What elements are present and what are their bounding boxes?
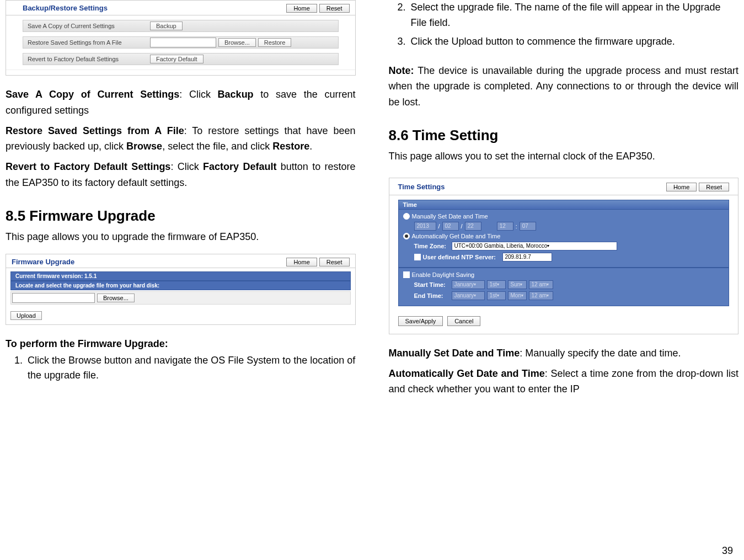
day-input[interactable]: 22	[465, 222, 481, 231]
time-settings-title: Time Settings	[398, 183, 445, 191]
firmware-steps-list-cont: Select the upgrade file. The name of the…	[409, 0, 739, 50]
start-time-label: Start Time:	[414, 281, 449, 288]
manual-radio[interactable]	[403, 213, 410, 220]
restore-file-input[interactable]	[150, 38, 216, 47]
backup-button[interactable]: Backup	[150, 22, 183, 30]
restore-row: Restore Saved Settings from A File Brows…	[23, 36, 339, 49]
upload-button[interactable]: Upload	[10, 311, 42, 320]
firmware-locate-label: Locate and select the upgrade file from …	[10, 281, 351, 290]
factory-default-button[interactable]: Factory Default	[150, 55, 204, 63]
end-month-select[interactable]: January	[452, 291, 485, 300]
note-text: Note: The device is unavailable during t…	[389, 63, 739, 110]
restore-description: Restore Saved Settings from A File: To r…	[6, 123, 356, 155]
revert-description: Revert to Factory Default Settings: Clic…	[6, 159, 356, 191]
section-8-5-intro: This page allows you to upgrade the firm…	[6, 229, 356, 245]
list-item: Click the Upload button to commence the …	[409, 34, 739, 50]
section-8-5-heading: 8.5 Firmware Upgrade	[6, 207, 356, 225]
backup-title: Backup/Restore Settings	[23, 4, 108, 12]
cancel-button[interactable]: Cancel	[447, 316, 480, 326]
hour-input[interactable]: 12	[497, 222, 513, 231]
manual-description: Manually Set Date and Time: Manually spe…	[389, 345, 739, 361]
home-button[interactable]: Home	[666, 183, 697, 191]
reset-button[interactable]: Reset	[319, 4, 350, 13]
end-time-label: End Time:	[414, 292, 449, 299]
restore-label: Restore Saved Settings from A File	[23, 37, 150, 48]
manual-radio-label: Manually Set Date and Time	[412, 213, 488, 220]
firmware-title: Firmware Upgrade	[12, 258, 74, 266]
section-8-6-intro: This page allows you to set the internal…	[389, 148, 739, 164]
end-hour-select[interactable]: 12 am	[529, 291, 553, 300]
browse-button[interactable]: Browse...	[218, 38, 256, 47]
timezone-label: Time Zone:	[414, 243, 449, 249]
page-number: 39	[722, 545, 733, 557]
end-day-select[interactable]: Mon	[508, 291, 527, 300]
browse-button[interactable]: Browse...	[97, 294, 135, 302]
month-input[interactable]: 02	[442, 222, 459, 231]
ntp-label: User defined NTP Server:	[423, 254, 500, 260]
reset-button[interactable]: Reset	[319, 258, 350, 266]
start-month-select[interactable]: January	[452, 280, 485, 289]
home-button[interactable]: Home	[286, 258, 317, 266]
reset-button[interactable]: Reset	[699, 183, 729, 191]
time-settings-screenshot: Time Settings Home Reset Time Manually S…	[389, 178, 739, 334]
home-button[interactable]: Home	[286, 4, 317, 13]
save-copy-label: Save A Copy of Current Settings	[23, 20, 150, 31]
section-8-6-heading: 8.6 Time Setting	[389, 127, 739, 144]
firmware-version-label: Current firmware version: 1.5.1	[10, 271, 351, 281]
revert-row: Revert to Factory Default Settings Facto…	[23, 53, 339, 65]
ntp-checkbox[interactable]	[414, 254, 421, 260]
perform-upgrade-heading: To perform the Firmware Upgrade:	[6, 338, 356, 350]
list-item: Click the Browse button and navigate the…	[25, 353, 356, 384]
auto-radio[interactable]	[403, 233, 410, 239]
left-column: Backup/Restore Settings Home Reset Save …	[0, 0, 372, 402]
save-copy-description: Save A Copy of Current Settings: Click B…	[6, 87, 356, 119]
firmware-upgrade-screenshot: Firmware Upgrade Home Reset Current firm…	[6, 254, 356, 325]
list-item: Select the upgrade file. The name of the…	[409, 0, 739, 31]
backup-restore-screenshot: Backup/Restore Settings Home Reset Save …	[6, 0, 356, 76]
dst-checkbox[interactable]	[403, 271, 410, 278]
minute-input[interactable]: 07	[520, 222, 536, 231]
ntp-input[interactable]: 209.81.9.7	[502, 253, 552, 262]
auto-radio-label: Automatically Get Date and Time	[412, 233, 501, 239]
firmware-file-input[interactable]	[12, 293, 95, 303]
year-input[interactable]: 2013	[414, 222, 436, 231]
auto-description: Automatically Get Date and Time: Select …	[389, 366, 739, 398]
timezone-select[interactable]: UTC+00:00 Gambia, Liberia, Morocco	[452, 242, 617, 250]
end-week-select[interactable]: 1st	[487, 291, 506, 300]
start-week-select[interactable]: 1st	[487, 280, 506, 289]
time-panel-header: Time	[398, 200, 730, 210]
restore-button[interactable]: Restore	[258, 38, 292, 47]
save-copy-row: Save A Copy of Current Settings Backup	[23, 20, 339, 32]
dst-label: Enable Daylight Saving	[412, 271, 475, 278]
right-column: Select the upgrade file. The name of the…	[372, 0, 745, 402]
firmware-steps-list: Click the Browse button and navigate the…	[25, 353, 356, 384]
revert-label: Revert to Factory Default Settings	[23, 54, 150, 65]
save-apply-button[interactable]: Save/Apply	[398, 316, 443, 326]
start-day-select[interactable]: Sun	[508, 280, 527, 289]
start-hour-select[interactable]: 12 am	[529, 280, 553, 289]
